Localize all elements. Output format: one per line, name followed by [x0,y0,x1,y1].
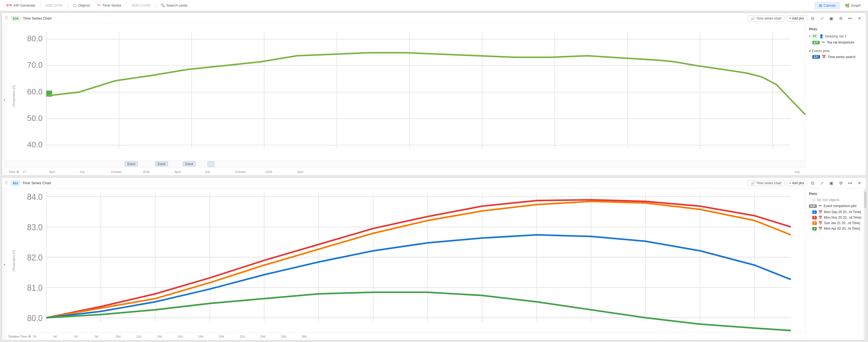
card-2-tag: $JJ [11,181,20,185]
events-plots-header-1[interactable]: ▾ Events plots [806,48,866,54]
scrollbar-thumb-2[interactable] [864,192,866,208]
rel-tick-13: 26d [281,335,286,338]
plots-title-1: Plots [806,26,866,32]
plot-num-4: 4 [812,227,817,231]
nav-divider-4 [155,3,156,8]
plot-item-2-4[interactable]: 4 📅 Mon Apr 02 20...ht Time) [806,226,866,231]
card-2-title: Time Series Chart [22,181,745,185]
time-tick-2: July [80,170,85,173]
plot-label-2-1: Mon Sep 25 20...ht Time) [824,210,863,214]
card-1-title: Time Series Chart [23,16,746,21]
no-root-label: ⬡ No root objects [806,197,866,203]
topnav: ✕✕ AIP Generate ADD DATA ⬡ Objects 〜 Tim… [0,0,868,11]
rel-tick-8: 16d [178,335,183,338]
nav-time-series[interactable]: 〜 Time Series [94,2,124,9]
svg-text:83.0: 83.0 [27,222,42,232]
monitor-icon-1[interactable]: ▣ [828,14,835,22]
nav-search-cards[interactable]: 🔍 Search cards [158,2,190,8]
cube-icon: ⬡ [812,198,815,202]
collapse-handle-2[interactable]: ◂ [2,189,6,340]
plot-group-1: ▾ $Y 👤 Steeping Vat 3 $JT 〜 Tea vat temp… [806,32,866,47]
svg-text:40.0: 40.0 [27,140,42,149]
card-1-header: ⠿ $JA Time Series Chart 📈 Time series ch… [2,13,866,24]
plot-item-2-3[interactable]: 3 📅 Sun Jan 21 20...rd Time) [806,220,866,226]
expand-icon-2[interactable]: ⤢ [818,179,826,187]
nav-divider-1 [40,3,40,8]
rel-tick-14: 28d [302,335,307,338]
time-label-1: Time ⚙ [8,170,19,174]
more-icon-1[interactable]: ••• [846,14,854,22]
time-tick-4: 2018 [143,170,150,173]
plot-label-2-3: Sun Jan 21 20...rd Time) [824,221,863,225]
drag-handle-1[interactable]: ⠿ [5,16,8,21]
time-axis-2: Relative Time ⚙ 2d 4d 6d 8d 10d 12d 14d … [6,332,805,340]
event-chip-1[interactable]: Event [125,161,137,166]
rel-tick-5: 10d [116,335,121,338]
scrollbar-track-2[interactable] [864,189,866,340]
nav-objects[interactable]: ⬡ Objects [70,2,93,9]
add-plot-btn-2[interactable]: + Add plot [786,180,807,186]
plot-item-1[interactable]: $JT 〜 Tea vat temperture [806,39,866,46]
svg-text:82.0: 82.0 [27,252,42,262]
time-tick-1: April [49,170,55,173]
monitor-icon-2[interactable]: ▣ [828,179,835,187]
chart-area-1: (Temperature (F)) [6,24,805,175]
rel-tick-9: 18d [198,335,203,338]
more-icon-2[interactable]: ••• [846,179,854,187]
plot-item-2-2[interactable]: 2 📅 Mon Nov 20 20...rd Time) [806,215,866,220]
rel-tick-12: 24d [260,335,265,338]
settings-icon-1[interactable]: ⚙ [837,14,844,22]
event-chip-3[interactable]: Event [183,161,195,166]
chart-type-btn-1[interactable]: 📈 Time series chart [748,15,785,22]
event-chip-4[interactable] [208,161,214,167]
nav-brand[interactable]: ✕✕ AIP Generate [3,2,38,8]
cal-icon-3: 📅 [818,221,823,225]
time-tick-0: 17 [23,170,26,173]
rel-tick-6: 12d [136,335,141,338]
comparison-label: Event comparison plot [824,204,863,208]
nav-add-card[interactable]: ADD CARD [129,2,153,8]
grid-icon-2[interactable]: ⊟ [809,179,816,187]
rel-tick-1: 2d [33,335,36,338]
close-icon-2[interactable]: ✕ [856,179,863,187]
time-tick-3: October [111,170,122,173]
tab-graph[interactable]: 🌿 Graph [841,2,865,9]
comparison-plot-item[interactable]: $JR 〜 Event comparison plot [806,203,866,209]
card-1-actions: 📈 Time series chart + Add plot ⊟ ⤢ ▣ ⚙ •… [748,14,863,22]
event-plot-item-1[interactable]: $JV 📅 Time series search [806,54,866,60]
settings-icon-2[interactable]: ⚙ [837,179,844,187]
time-tick-9: April [297,170,303,173]
drag-handle-2[interactable]: ⠿ [5,180,8,185]
plot-num-2: 2 [812,216,817,219]
card-2-header: ⠿ $JJ Time Series Chart 📈 Time series ch… [2,178,866,189]
group-name-1: Steeping Vat 3 [825,34,846,38]
time-tick-10: July [795,170,800,173]
rel-tick-11: 22d [240,335,245,338]
nav-divider-3 [126,3,127,8]
tab-canvas[interactable]: ⊞ Canvas [815,2,840,9]
add-plot-btn-1[interactable]: + Add plot [786,15,807,22]
plots-panel-2: Plots ⬡ No root objects $JR 〜 Event comp… [805,189,866,340]
grid-icon-1[interactable]: ⊟ [809,14,816,22]
collapse-handle-1[interactable]: ◂ [2,24,6,175]
time-gear-1[interactable]: ⚙ [16,170,19,174]
card-2: ⠿ $JJ Time Series Chart 📈 Time series ch… [2,177,866,340]
chart-area-2: (Temperature (F)) [6,189,805,340]
time-gear-2[interactable]: ⚙ [28,335,31,338]
nav-add-data[interactable]: ADD DATA [43,2,66,8]
svg-text:80.0: 80.0 [27,34,42,43]
comparison-line-icon: 〜 [818,204,822,208]
expand-icon-1[interactable]: ⤢ [818,14,826,22]
close-icon-1[interactable]: ✕ [856,14,863,22]
comparison-tag: $JR [809,204,817,208]
svg-text:70.0: 70.0 [27,60,42,70]
cal-icon-1: 📅 [818,210,823,214]
time-tick-7: October [235,170,246,173]
plot-group-header-1[interactable]: ▾ $Y 👤 Steeping Vat 3 [806,33,866,39]
card-1-chart-container: ◂ (Temperature (F)) [2,24,866,175]
chart-type-btn-2[interactable]: 📈 Time series chart [748,180,785,186]
card-1: ⠿ $JA Time Series Chart 📈 Time series ch… [2,13,866,176]
events-bar-1: Event Event Event [6,160,805,168]
event-chip-2[interactable]: Event [155,161,168,166]
plot-item-2-1[interactable]: 1 📅 Mon Sep 25 20...ht Time) [806,209,866,215]
